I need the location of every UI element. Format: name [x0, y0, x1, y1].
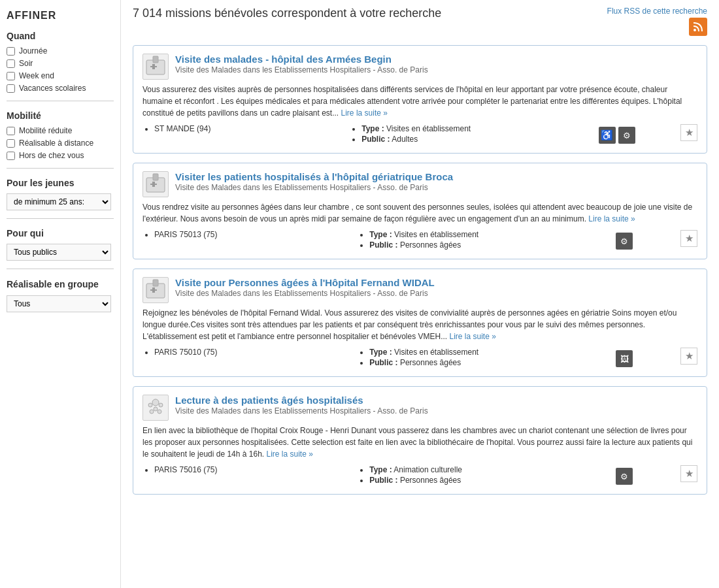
card-1-read-more[interactable]: Lire la suite »: [341, 108, 388, 118]
card-3-badges: 🖼: [616, 350, 633, 367]
card-2-title[interactable]: Visiter les patients hospitalisés à l'hô…: [175, 171, 453, 182]
card-1-footer: ST MANDE (94) Type : Visites en établiss…: [142, 124, 697, 145]
select-pourqui[interactable]: Tous publics: [7, 244, 111, 261]
gear-icon-4: ⚙: [616, 468, 633, 485]
card-3-footer: PARIS 75010 (75) Type : Visites en établ…: [142, 348, 697, 368]
gear-icon-2: ⚙: [616, 233, 633, 250]
favorite-button-1[interactable]: ★: [680, 124, 697, 141]
card-2-desc: Vous rendrez visite au personnes âgées d…: [142, 201, 697, 225]
card-2-type-label: Type :: [369, 230, 392, 239]
card-2-badges: ⚙: [616, 233, 633, 250]
checkbox-mob-reduite-input[interactable]: [7, 127, 15, 135]
card-1-type-value: Visites en établissement: [386, 124, 471, 133]
checkbox-soir-input[interactable]: [7, 59, 15, 68]
divider-2: [7, 168, 114, 169]
card-4-type-label: Type :: [369, 465, 392, 474]
card-4-read-more[interactable]: Lire la suite »: [267, 449, 313, 459]
card-3-read-more[interactable]: Lire la suite »: [450, 332, 496, 341]
checkbox-vacances[interactable]: Vacances scolaires: [7, 84, 114, 93]
favorite-button-3[interactable]: ★: [680, 348, 697, 365]
checkbox-soir[interactable]: Soir: [7, 59, 114, 68]
card-3-header: Visite pour Personnes âgées à l'Hôpital …: [142, 277, 697, 303]
checkbox-mob-reduite[interactable]: Mobilité réduite: [7, 126, 114, 135]
rss-label[interactable]: Flux RSS de cette recherche: [607, 7, 707, 16]
svg-rect-8: [150, 184, 157, 185]
svg-rect-10: [153, 280, 158, 286]
image-icon: 🖼: [616, 350, 633, 367]
checkbox-distance[interactable]: Réalisable à distance: [7, 139, 114, 148]
card-3-public-label: Public :: [369, 358, 397, 367]
card-4-type-value: Animation culturelle: [393, 465, 462, 474]
card-2-actions: ★: [633, 230, 697, 247]
card-3-actions: ★: [633, 348, 697, 365]
svg-point-16: [154, 407, 158, 411]
card-2-type-value: Visites en établissement: [394, 230, 478, 239]
divider-3: [7, 218, 114, 219]
card-4-badges: ⚙: [616, 468, 633, 485]
card-1-badges: ♿ ⚙: [599, 127, 635, 144]
svg-rect-2: [153, 56, 158, 63]
checkbox-weekend-input[interactable]: [7, 72, 15, 80]
svg-rect-4: [150, 66, 157, 67]
card-4-desc: En lien avec la bibliothèque de l'hopita…: [142, 425, 697, 460]
card-4-title[interactable]: Lecture à des patients âgés hospitalisés: [175, 395, 363, 406]
favorite-button-4[interactable]: ★: [680, 465, 697, 482]
checkbox-journee-input[interactable]: [7, 47, 15, 56]
card-4-org: Visite des Malades dans les Etablissemen…: [175, 406, 697, 416]
rss-icon[interactable]: [689, 18, 707, 36]
svg-point-14: [148, 403, 152, 407]
card-1-org: Visite des Malades dans les Etablissemen…: [175, 65, 697, 74]
card-4-title-area: Lecture à des patients âgés hospitalisés…: [175, 395, 697, 416]
favorite-button-2[interactable]: ★: [680, 230, 697, 247]
main-header: 7 014 missions bénévoles correspondent à…: [133, 7, 707, 36]
mission-card-3: Visite pour Personnes âgées à l'Hôpital …: [133, 269, 707, 377]
card-3-icon: [142, 277, 169, 303]
card-3-desc: Rejoignez les bénévoles de l'hôpital Fer…: [142, 307, 697, 342]
card-2-public-label: Public :: [369, 240, 397, 250]
card-4-type: Type : Animation culturelle Public : Per…: [358, 465, 616, 486]
rss-area: Flux RSS de cette recherche: [607, 7, 707, 36]
mission-card-4: Lecture à des patients âgés hospitalisés…: [133, 386, 707, 495]
card-4-header: Lecture à des patients âgés hospitalisés…: [142, 395, 697, 421]
checkbox-vacances-input[interactable]: [7, 84, 15, 93]
card-1-public-label: Public :: [361, 135, 390, 144]
card-4-public-value: Personnes âgées: [400, 476, 461, 485]
mission-card-2: Visiter les patients hospitalisés à l'hô…: [133, 163, 707, 259]
section-quand-title: Quand: [7, 31, 114, 41]
result-count: 7 014 missions bénévoles correspondent à…: [133, 7, 441, 20]
checkbox-hors-chez[interactable]: Hors de chez vous: [7, 151, 114, 160]
card-1-actions: ★: [635, 124, 697, 141]
card-2-header: Visiter les patients hospitalisés à l'hô…: [142, 171, 697, 197]
card-3-type-value: Visites en établissement: [394, 348, 478, 357]
section-jeunes-title: Pour les jeunes: [7, 178, 114, 188]
card-1-title-area: Visite des malades - hôpital des Armées …: [175, 54, 697, 74]
checkbox-journee[interactable]: Journée: [7, 46, 114, 56]
divider-1: [7, 101, 114, 101]
card-3-public-value: Personnes âgées: [400, 358, 461, 367]
card-3-location: PARIS 75010 (75): [142, 348, 358, 358]
card-4-footer: PARIS 75016 (75) Type : Animation cultur…: [142, 465, 697, 486]
svg-rect-6: [153, 174, 158, 180]
select-groupe[interactable]: Tous: [7, 295, 111, 312]
card-1-header: Visite des malades - hôpital des Armées …: [142, 54, 697, 80]
card-1-title[interactable]: Visite des malades - hôpital des Armées …: [175, 54, 392, 65]
card-3-type-label: Type :: [369, 348, 392, 357]
svg-point-18: [158, 410, 161, 414]
mission-card-1: Visite des malades - hôpital des Armées …: [133, 45, 707, 154]
card-2-org: Visite des Malades dans les Etablissemen…: [175, 183, 697, 192]
card-1-location: ST MANDE (94): [142, 124, 350, 135]
checkbox-distance-input[interactable]: [7, 139, 15, 148]
sidebar: AFFINER Quand Journée Soir Week end Vaca…: [0, 0, 121, 588]
card-1-desc: Vous assurerez des visites auprès de per…: [142, 84, 697, 119]
card-2-read-more[interactable]: Lire la suite »: [588, 214, 635, 223]
gear-icon-1: ⚙: [618, 127, 635, 144]
checkbox-hors-chez-input[interactable]: [7, 152, 15, 160]
checkbox-weekend[interactable]: Week end: [7, 71, 114, 80]
card-1-public-value: Adultes: [392, 135, 418, 144]
card-1-type: Type : Visites en établissement Public :…: [350, 124, 599, 145]
card-4-public-label: Public :: [369, 476, 397, 485]
card-4-icon: [142, 395, 169, 421]
select-jeunes[interactable]: de minimum 25 ans:: [7, 193, 111, 210]
svg-point-15: [159, 403, 163, 407]
card-3-title[interactable]: Visite pour Personnes âgées à l'Hôpital …: [175, 277, 435, 288]
